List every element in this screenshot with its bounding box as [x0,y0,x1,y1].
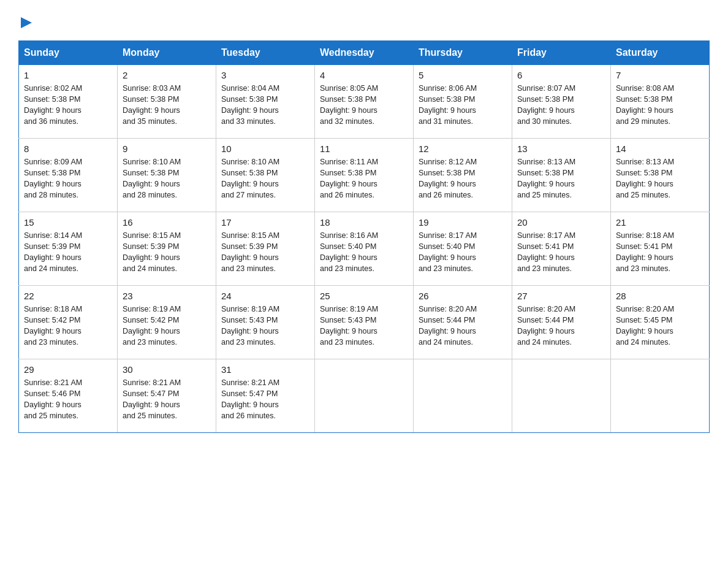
calendar-cell: 28 Sunrise: 8:20 AMSunset: 5:45 PMDaylig… [611,286,710,359]
calendar-table: SundayMondayTuesdayWednesdayThursdayFrid… [18,40,710,433]
day-number: 9 [123,144,211,154]
day-info: Sunrise: 8:13 AMSunset: 5:38 PMDaylight:… [517,156,605,201]
day-number: 8 [24,144,112,154]
logo-arrow-icon [20,16,33,29]
calendar-cell: 9 Sunrise: 8:10 AMSunset: 5:38 PMDayligh… [118,139,216,212]
day-number: 12 [419,144,507,154]
day-info: Sunrise: 8:12 AMSunset: 5:38 PMDaylight:… [419,156,507,201]
day-info: Sunrise: 8:20 AMSunset: 5:44 PMDaylight:… [419,304,507,348]
calendar-cell: 12 Sunrise: 8:12 AMSunset: 5:38 PMDaylig… [414,139,512,212]
calendar-cell: 18 Sunrise: 8:16 AMSunset: 5:40 PMDaylig… [315,212,414,286]
day-info: Sunrise: 8:21 AMSunset: 5:47 PMDaylight:… [221,377,309,422]
calendar-week-row: 8 Sunrise: 8:09 AMSunset: 5:38 PMDayligh… [19,139,710,212]
day-number: 15 [24,217,112,228]
calendar-cell: 24 Sunrise: 8:19 AMSunset: 5:43 PMDaylig… [216,286,315,359]
weekday-header-wednesday: Wednesday [315,41,414,65]
calendar-cell [315,359,414,433]
weekday-header-friday: Friday [512,41,611,65]
day-info: Sunrise: 8:10 AMSunset: 5:38 PMDaylight:… [221,156,309,201]
day-info: Sunrise: 8:11 AMSunset: 5:38 PMDaylight:… [320,156,408,201]
calendar-cell: 3 Sunrise: 8:04 AMSunset: 5:38 PMDayligh… [216,65,315,139]
day-info: Sunrise: 8:05 AMSunset: 5:38 PMDaylight:… [320,83,408,128]
svg-marker-0 [21,17,32,28]
day-info: Sunrise: 8:13 AMSunset: 5:38 PMDaylight:… [616,156,704,201]
day-number: 3 [221,70,309,80]
day-info: Sunrise: 8:04 AMSunset: 5:38 PMDaylight:… [221,83,309,128]
calendar-cell: 25 Sunrise: 8:19 AMSunset: 5:43 PMDaylig… [315,286,414,359]
day-info: Sunrise: 8:15 AMSunset: 5:39 PMDaylight:… [123,230,211,275]
day-info: Sunrise: 8:20 AMSunset: 5:44 PMDaylight:… [517,304,605,348]
day-info: Sunrise: 8:17 AMSunset: 5:41 PMDaylight:… [517,230,605,275]
day-info: Sunrise: 8:19 AMSunset: 5:43 PMDaylight:… [320,304,408,348]
calendar-cell: 6 Sunrise: 8:07 AMSunset: 5:38 PMDayligh… [512,65,611,139]
day-number: 17 [221,217,309,228]
calendar-week-row: 29 Sunrise: 8:21 AMSunset: 5:46 PMDaylig… [19,359,710,433]
day-info: Sunrise: 8:09 AMSunset: 5:38 PMDaylight:… [24,156,112,201]
calendar-cell: 5 Sunrise: 8:06 AMSunset: 5:38 PMDayligh… [414,65,512,139]
weekday-header-sunday: Sunday [19,41,118,65]
day-info: Sunrise: 8:17 AMSunset: 5:40 PMDaylight:… [419,230,507,275]
day-number: 18 [320,217,408,228]
calendar-cell [512,359,611,433]
calendar-week-row: 1 Sunrise: 8:02 AMSunset: 5:38 PMDayligh… [19,65,710,139]
day-info: Sunrise: 8:20 AMSunset: 5:45 PMDaylight:… [616,304,704,348]
page-header [18,12,710,29]
day-info: Sunrise: 8:07 AMSunset: 5:38 PMDaylight:… [517,83,605,128]
calendar-cell: 14 Sunrise: 8:13 AMSunset: 5:38 PMDaylig… [611,139,710,212]
calendar-cell [611,359,710,433]
day-number: 14 [616,144,704,154]
weekday-header-thursday: Thursday [414,41,512,65]
day-info: Sunrise: 8:15 AMSunset: 5:39 PMDaylight:… [221,230,309,275]
calendar-week-row: 22 Sunrise: 8:18 AMSunset: 5:42 PMDaylig… [19,286,710,359]
calendar-cell: 22 Sunrise: 8:18 AMSunset: 5:42 PMDaylig… [19,286,118,359]
day-number: 25 [320,291,408,301]
weekday-header-tuesday: Tuesday [216,41,315,65]
day-number: 6 [517,70,605,80]
day-number: 1 [24,70,112,80]
calendar-cell: 7 Sunrise: 8:08 AMSunset: 5:38 PMDayligh… [611,65,710,139]
day-info: Sunrise: 8:10 AMSunset: 5:38 PMDaylight:… [123,156,211,201]
day-info: Sunrise: 8:06 AMSunset: 5:38 PMDaylight:… [419,83,507,128]
calendar-cell: 8 Sunrise: 8:09 AMSunset: 5:38 PMDayligh… [19,139,118,212]
calendar-cell: 30 Sunrise: 8:21 AMSunset: 5:47 PMDaylig… [118,359,216,433]
calendar-cell: 10 Sunrise: 8:10 AMSunset: 5:38 PMDaylig… [216,139,315,212]
calendar-cell: 13 Sunrise: 8:13 AMSunset: 5:38 PMDaylig… [512,139,611,212]
calendar-cell: 4 Sunrise: 8:05 AMSunset: 5:38 PMDayligh… [315,65,414,139]
day-number: 30 [123,364,211,375]
calendar-week-row: 15 Sunrise: 8:14 AMSunset: 5:39 PMDaylig… [19,212,710,286]
day-number: 24 [221,291,309,301]
day-number: 22 [24,291,112,301]
day-number: 10 [221,144,309,154]
calendar-cell: 17 Sunrise: 8:15 AMSunset: 5:39 PMDaylig… [216,212,315,286]
day-number: 20 [517,217,605,228]
day-info: Sunrise: 8:16 AMSunset: 5:40 PMDaylight:… [320,230,408,275]
day-number: 23 [123,291,211,301]
weekday-header-monday: Monday [118,41,216,65]
weekday-header-saturday: Saturday [611,41,710,65]
calendar-cell: 20 Sunrise: 8:17 AMSunset: 5:41 PMDaylig… [512,212,611,286]
day-info: Sunrise: 8:18 AMSunset: 5:42 PMDaylight:… [24,304,112,348]
calendar-cell: 31 Sunrise: 8:21 AMSunset: 5:47 PMDaylig… [216,359,315,433]
day-info: Sunrise: 8:19 AMSunset: 5:42 PMDaylight:… [123,304,211,348]
day-number: 7 [616,70,704,80]
calendar-cell [414,359,512,433]
day-number: 2 [123,70,211,80]
day-number: 27 [517,291,605,301]
calendar-cell: 23 Sunrise: 8:19 AMSunset: 5:42 PMDaylig… [118,286,216,359]
day-info: Sunrise: 8:14 AMSunset: 5:39 PMDaylight:… [24,230,112,275]
calendar-cell: 1 Sunrise: 8:02 AMSunset: 5:38 PMDayligh… [19,65,118,139]
day-info: Sunrise: 8:19 AMSunset: 5:43 PMDaylight:… [221,304,309,348]
day-info: Sunrise: 8:21 AMSunset: 5:47 PMDaylight:… [123,377,211,422]
day-info: Sunrise: 8:21 AMSunset: 5:46 PMDaylight:… [24,377,112,422]
day-number: 21 [616,217,704,228]
day-number: 29 [24,364,112,375]
day-info: Sunrise: 8:08 AMSunset: 5:38 PMDaylight:… [616,83,704,128]
day-number: 28 [616,291,704,301]
day-number: 16 [123,217,211,228]
calendar-cell: 29 Sunrise: 8:21 AMSunset: 5:46 PMDaylig… [19,359,118,433]
day-number: 5 [419,70,507,80]
logo [18,12,33,29]
day-number: 19 [419,217,507,228]
day-number: 11 [320,144,408,154]
calendar-cell: 21 Sunrise: 8:18 AMSunset: 5:41 PMDaylig… [611,212,710,286]
